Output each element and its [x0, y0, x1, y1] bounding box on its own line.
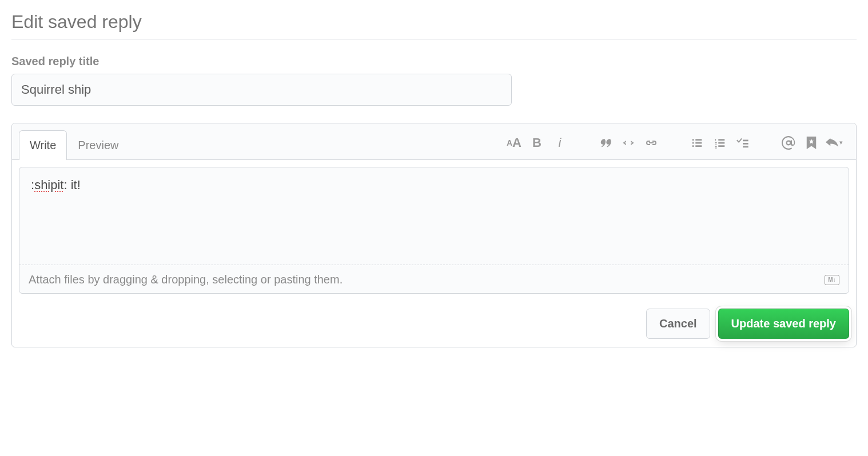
quote-icon[interactable]: [595, 133, 616, 153]
attach-hint: Attach files by dragging & dropping, sel…: [29, 273, 343, 286]
task-list-icon[interactable]: [732, 133, 753, 153]
attach-row[interactable]: Attach files by dragging & dropping, sel…: [19, 265, 849, 293]
code-icon[interactable]: [618, 133, 639, 153]
editor-container: Write Preview AA B i: [11, 123, 857, 347]
mention-icon[interactable]: [778, 133, 799, 153]
bold-icon[interactable]: B: [527, 133, 547, 153]
textarea-wrap: :shipit: it! Attach files by dragging & …: [19, 167, 849, 294]
heading-icon[interactable]: AA: [504, 133, 524, 153]
italic-icon[interactable]: i: [550, 133, 570, 153]
reply-icon[interactable]: ▾: [824, 133, 845, 153]
unordered-list-icon[interactable]: [687, 133, 707, 153]
markdown-icon[interactable]: M↓: [825, 275, 839, 285]
body-textarea[interactable]: :shipit: it!: [19, 167, 849, 265]
ordered-list-icon[interactable]: [710, 133, 730, 153]
tabs-bar: Write Preview AA B i: [12, 123, 856, 160]
actions-row: Cancel Update saved reply: [12, 301, 856, 347]
tab-write[interactable]: Write: [19, 130, 67, 160]
update-saved-reply-button[interactable]: Update saved reply: [718, 309, 849, 339]
saved-reply-bookmark-icon[interactable]: [801, 133, 822, 153]
cancel-button[interactable]: Cancel: [646, 309, 710, 339]
page-title: Edit saved reply: [11, 11, 857, 40]
tab-preview[interactable]: Preview: [67, 130, 129, 160]
title-label: Saved reply title: [11, 55, 857, 68]
toolbar: AA B i: [481, 133, 849, 158]
link-icon[interactable]: [641, 133, 662, 153]
title-input[interactable]: [11, 74, 512, 106]
